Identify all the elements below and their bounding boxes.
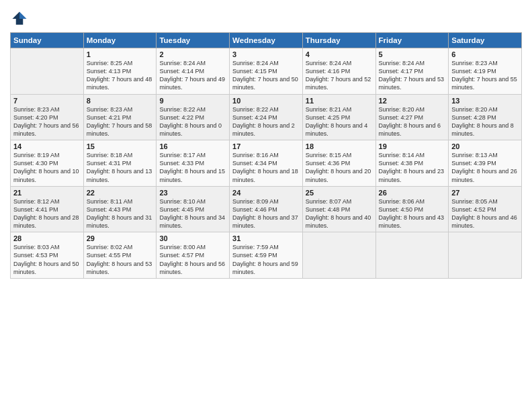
day-number: 12 [379,97,446,105]
day-info: Sunrise: 8:22 AMSunset: 4:22 PMDaylight:… [159,105,226,138]
day-number: 3 [232,50,300,58]
day-info: Sunrise: 8:24 AMSunset: 4:14 PMDaylight:… [159,59,226,92]
day-number: 23 [159,189,226,197]
calendar-cell: 3Sunrise: 8:24 AMSunset: 4:15 PMDaylight… [230,48,303,95]
calendar-cell: 29Sunrise: 8:02 AMSunset: 4:55 PMDayligh… [83,232,157,279]
calendar-cell [449,232,522,279]
svg-marker-0 [19,12,27,19]
day-info: Sunrise: 8:21 AMSunset: 4:25 PMDaylight:… [306,105,373,138]
calendar-cell: 9Sunrise: 8:22 AMSunset: 4:22 PMDaylight… [157,94,230,140]
calendar-week-1: 7Sunrise: 8:23 AMSunset: 4:20 PMDaylight… [11,94,522,140]
weekday-header-wednesday: Wednesday [230,33,303,48]
day-number: 22 [87,189,154,197]
day-info: Sunrise: 8:16 AMSunset: 4:34 PMDaylight:… [232,151,300,184]
calendar-cell: 27Sunrise: 8:05 AMSunset: 4:52 PMDayligh… [449,186,522,232]
weekday-header-saturday: Saturday [449,33,522,48]
day-info: Sunrise: 7:59 AMSunset: 4:59 PMDaylight:… [232,243,300,276]
calendar-cell: 4Sunrise: 8:24 AMSunset: 4:16 PMDaylight… [302,48,375,95]
day-number: 21 [13,189,81,197]
day-number: 10 [232,97,300,105]
logo-icon [10,9,29,28]
day-info: Sunrise: 8:18 AMSunset: 4:31 PMDaylight:… [87,151,154,184]
calendar-cell: 21Sunrise: 8:12 AMSunset: 4:41 PMDayligh… [11,186,84,232]
day-number: 2 [159,50,226,58]
day-info: Sunrise: 8:20 AMSunset: 4:28 PMDaylight:… [451,105,519,138]
day-info: Sunrise: 8:24 AMSunset: 4:16 PMDaylight:… [306,59,373,92]
day-number: 4 [306,50,373,58]
calendar-cell [302,232,375,279]
day-info: Sunrise: 8:23 AMSunset: 4:19 PMDaylight:… [451,59,519,92]
day-info: Sunrise: 8:06 AMSunset: 4:50 PMDaylight:… [379,197,446,230]
weekday-header-friday: Friday [375,33,449,48]
calendar-cell: 28Sunrise: 8:03 AMSunset: 4:53 PMDayligh… [11,232,84,279]
day-number: 6 [451,50,519,58]
day-number: 24 [232,189,300,197]
day-number: 29 [87,234,154,242]
day-number: 7 [13,97,81,105]
calendar-cell: 24Sunrise: 8:09 AMSunset: 4:46 PMDayligh… [230,186,303,232]
day-number: 11 [306,97,373,105]
logo [10,9,32,28]
calendar-cell: 7Sunrise: 8:23 AMSunset: 4:20 PMDaylight… [11,94,84,140]
day-info: Sunrise: 8:03 AMSunset: 4:53 PMDaylight:… [13,243,81,276]
day-info: Sunrise: 8:17 AMSunset: 4:33 PMDaylight:… [159,151,226,184]
calendar-week-0: 1Sunrise: 8:25 AMSunset: 4:13 PMDaylight… [11,48,522,95]
day-info: Sunrise: 8:11 AMSunset: 4:43 PMDaylight:… [87,197,154,230]
calendar-cell: 16Sunrise: 8:17 AMSunset: 4:33 PMDayligh… [157,140,230,187]
weekday-header-sunday: Sunday [11,33,84,48]
calendar-cell: 18Sunrise: 8:15 AMSunset: 4:36 PMDayligh… [302,140,375,187]
calendar-cell: 5Sunrise: 8:24 AMSunset: 4:17 PMDaylight… [375,48,449,95]
calendar-table: SundayMondayTuesdayWednesdayThursdayFrid… [10,32,522,279]
day-info: Sunrise: 8:14 AMSunset: 4:38 PMDaylight:… [379,151,446,184]
day-info: Sunrise: 8:22 AMSunset: 4:24 PMDaylight:… [232,105,300,138]
calendar-cell: 15Sunrise: 8:18 AMSunset: 4:31 PMDayligh… [83,140,157,187]
calendar-cell: 26Sunrise: 8:06 AMSunset: 4:50 PMDayligh… [375,186,449,232]
calendar-cell: 23Sunrise: 8:10 AMSunset: 4:45 PMDayligh… [157,186,230,232]
page-container: SundayMondayTuesdayWednesdayThursdayFrid… [0,0,532,285]
day-number: 30 [159,234,226,242]
calendar-cell [11,48,84,95]
day-info: Sunrise: 8:02 AMSunset: 4:55 PMDaylight:… [87,243,154,276]
day-info: Sunrise: 8:23 AMSunset: 4:21 PMDaylight:… [87,105,154,138]
day-info: Sunrise: 8:24 AMSunset: 4:15 PMDaylight:… [232,59,300,92]
day-info: Sunrise: 8:19 AMSunset: 4:30 PMDaylight:… [13,151,81,184]
svg-rect-2 [16,19,24,25]
calendar-cell: 19Sunrise: 8:14 AMSunset: 4:38 PMDayligh… [375,140,449,187]
day-info: Sunrise: 8:10 AMSunset: 4:45 PMDaylight:… [159,197,226,230]
day-number: 15 [87,142,154,150]
calendar-cell: 13Sunrise: 8:20 AMSunset: 4:28 PMDayligh… [449,94,522,140]
day-number: 1 [87,50,154,58]
calendar-cell [375,232,449,279]
day-number: 8 [87,97,154,105]
day-number: 14 [13,142,81,150]
weekday-header-tuesday: Tuesday [157,33,230,48]
weekday-header-row: SundayMondayTuesdayWednesdayThursdayFrid… [11,33,522,48]
calendar-week-2: 14Sunrise: 8:19 AMSunset: 4:30 PMDayligh… [11,140,522,187]
day-number: 26 [379,189,446,197]
day-info: Sunrise: 8:13 AMSunset: 4:39 PMDaylight:… [451,151,519,184]
weekday-header-monday: Monday [83,33,157,48]
day-info: Sunrise: 8:24 AMSunset: 4:17 PMDaylight:… [379,59,446,92]
day-number: 17 [232,142,300,150]
day-info: Sunrise: 8:15 AMSunset: 4:36 PMDaylight:… [306,151,373,184]
day-info: Sunrise: 8:05 AMSunset: 4:52 PMDaylight:… [451,197,519,230]
calendar-cell: 31Sunrise: 7:59 AMSunset: 4:59 PMDayligh… [230,232,303,279]
day-number: 28 [13,234,81,242]
calendar-week-3: 21Sunrise: 8:12 AMSunset: 4:41 PMDayligh… [11,186,522,232]
day-number: 31 [232,234,300,242]
calendar-cell: 12Sunrise: 8:20 AMSunset: 4:27 PMDayligh… [375,94,449,140]
day-number: 27 [451,189,519,197]
day-number: 5 [379,50,446,58]
day-number: 19 [379,142,446,150]
day-number: 9 [159,97,226,105]
day-info: Sunrise: 8:20 AMSunset: 4:27 PMDaylight:… [379,105,446,138]
calendar-week-4: 28Sunrise: 8:03 AMSunset: 4:53 PMDayligh… [11,232,522,279]
calendar-cell: 11Sunrise: 8:21 AMSunset: 4:25 PMDayligh… [302,94,375,140]
header [10,7,522,28]
day-number: 20 [451,142,519,150]
day-info: Sunrise: 8:00 AMSunset: 4:57 PMDaylight:… [159,243,226,276]
calendar-cell: 22Sunrise: 8:11 AMSunset: 4:43 PMDayligh… [83,186,157,232]
calendar-cell: 2Sunrise: 8:24 AMSunset: 4:14 PMDaylight… [157,48,230,95]
svg-marker-1 [13,12,20,19]
weekday-header-thursday: Thursday [302,33,375,48]
